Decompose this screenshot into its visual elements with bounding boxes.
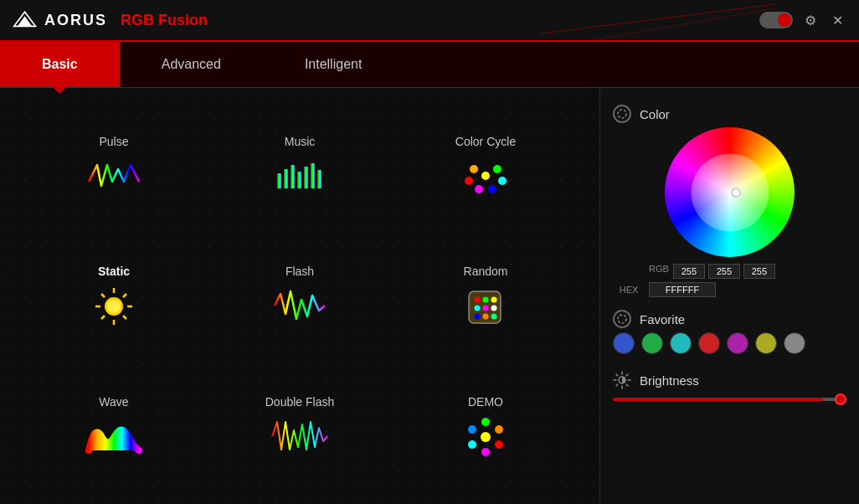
logo-area: AORUS RGB Fusion (13, 10, 208, 31)
double-flash-icon (270, 415, 329, 457)
svg-rect-7 (297, 172, 301, 188)
rgb-b-input[interactable] (743, 264, 775, 279)
svg-point-27 (107, 300, 121, 313)
tab-bar: Basic Advanced Intelligent (0, 42, 859, 88)
svg-point-38 (481, 432, 491, 442)
color-wheel-cursor (731, 188, 741, 198)
fav-color-teal[interactable] (670, 332, 692, 354)
svg-point-33 (483, 305, 489, 311)
flash-icon (270, 285, 329, 327)
mode-pulse[interactable]: Pulse (25, 105, 203, 227)
brightness-icon (613, 371, 631, 389)
mode-double-flash[interactable]: Double Flash (211, 365, 388, 487)
color-wheel-container[interactable] (613, 127, 846, 257)
fav-color-yellow[interactable] (755, 332, 777, 354)
wave-icon (85, 415, 143, 457)
color-cycle-icon (456, 155, 515, 197)
brightness-label: Brightness (640, 373, 699, 388)
svg-point-45 (618, 110, 626, 118)
svg-point-12 (493, 165, 502, 173)
svg-point-11 (481, 172, 490, 180)
fav-color-purple[interactable] (727, 332, 748, 354)
color-inputs: RGB HEX (613, 264, 846, 297)
svg-point-43 (468, 440, 476, 449)
power-toggle[interactable] (759, 12, 793, 28)
brand-name: AORUS (44, 12, 107, 29)
right-panel: Color RGB (599, 88, 859, 504)
app-header: AORUS RGB Fusion ⚙ ✕ (0, 0, 859, 42)
svg-line-3 (583, 8, 775, 42)
svg-point-39 (481, 418, 490, 426)
svg-point-40 (495, 425, 503, 434)
svg-point-32 (475, 305, 481, 311)
color-section-icon (613, 105, 631, 123)
favorite-label: Favorite (640, 312, 685, 327)
color-wheel[interactable] (665, 127, 795, 257)
svg-line-25 (101, 316, 105, 319)
svg-rect-6 (291, 165, 295, 188)
rgb-g-input[interactable] (708, 264, 740, 279)
rgb-r-input[interactable] (673, 264, 705, 279)
main-content: Pulse (0, 88, 859, 504)
aorus-logo-icon (13, 10, 38, 31)
mode-music[interactable]: Music (211, 105, 388, 227)
fav-color-blue[interactable] (613, 332, 635, 354)
random-icon (456, 285, 515, 327)
favorite-section-icon (613, 310, 631, 328)
demo-icon (456, 415, 515, 457)
svg-point-29 (475, 296, 481, 302)
favorite-colors (613, 332, 846, 354)
header-controls: ⚙ ✕ (759, 11, 846, 29)
hex-input[interactable] (649, 282, 716, 297)
svg-line-23 (123, 316, 126, 319)
mode-grid: Pulse (0, 88, 599, 504)
svg-rect-9 (311, 163, 315, 188)
header-decoration (541, 0, 792, 42)
favorite-section: Favorite (613, 310, 846, 354)
svg-rect-4 (277, 173, 281, 188)
mode-static[interactable]: Static (25, 235, 203, 357)
rgb-r-group: RGB (649, 264, 669, 279)
svg-point-15 (475, 185, 483, 193)
svg-point-14 (488, 185, 496, 193)
svg-point-16 (465, 177, 473, 185)
svg-point-46 (618, 315, 626, 323)
tab-intelligent[interactable]: Intelligent (263, 42, 404, 87)
mode-random[interactable]: Random (397, 235, 574, 357)
fav-color-red[interactable] (698, 332, 720, 354)
close-button[interactable]: ✕ (828, 11, 846, 29)
tab-basic[interactable]: Basic (0, 42, 120, 87)
pulse-icon (85, 155, 143, 197)
mode-wave[interactable]: Wave (25, 365, 203, 487)
svg-line-22 (101, 294, 105, 297)
svg-point-31 (491, 296, 497, 302)
color-section-header: Color (613, 105, 846, 123)
brightness-slider-track[interactable] (613, 398, 846, 401)
fav-color-gray[interactable] (784, 332, 805, 354)
favorite-section-header: Favorite (613, 310, 846, 328)
rgb-values (673, 264, 775, 279)
svg-rect-8 (304, 167, 308, 188)
brightness-header: Brightness (613, 371, 846, 389)
brightness-slider-fill (613, 398, 823, 401)
app-title: RGB Fusion (121, 12, 208, 29)
svg-point-41 (495, 440, 503, 449)
brightness-slider-thumb[interactable] (835, 393, 846, 405)
fav-color-green[interactable] (641, 332, 663, 354)
static-icon (85, 285, 143, 327)
svg-point-34 (491, 305, 497, 311)
mode-demo[interactable]: DEMO (397, 365, 574, 487)
mode-color-cycle[interactable]: Color Cycle (397, 105, 574, 227)
settings-button[interactable]: ⚙ (801, 11, 820, 29)
rgb-inputs: RGB (613, 264, 846, 279)
svg-point-35 (475, 313, 481, 319)
svg-point-44 (468, 425, 476, 434)
tab-advanced[interactable]: Advanced (120, 42, 263, 87)
color-label: Color (640, 107, 670, 121)
svg-point-17 (470, 165, 478, 173)
svg-point-30 (483, 296, 489, 302)
svg-point-13 (498, 177, 507, 185)
svg-line-24 (123, 294, 126, 297)
mode-flash[interactable]: Flash (211, 235, 388, 357)
svg-rect-10 (317, 170, 321, 188)
